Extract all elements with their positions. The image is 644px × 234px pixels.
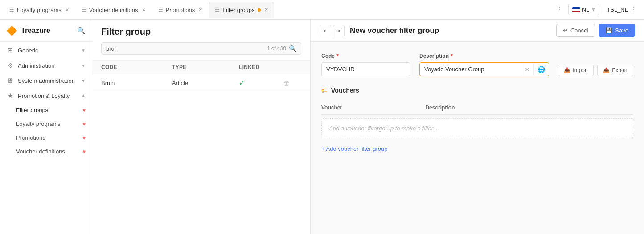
add-voucher-link[interactable]: + Add voucher filter group (321, 145, 633, 152)
tab-bar-right: ⋮ NL ▼ TSL_NL ⋮ (554, 4, 640, 16)
nav-next-button[interactable]: » (333, 25, 345, 36)
sidebar-sub-item-loyalty-programs[interactable]: Loyalty programs ♥ (0, 117, 92, 131)
vouchers-table-header: Voucher Description (321, 101, 633, 115)
tab-close-loyalty[interactable]: ✕ (65, 7, 69, 13)
user-menu[interactable]: TSL_NL ⋮ (603, 4, 640, 16)
flag-icon (572, 7, 580, 12)
th-code[interactable]: Code ↑ (101, 64, 172, 70)
td-type: Article (172, 80, 239, 86)
sidebar-sub-label-voucher: Voucher definitions (16, 148, 65, 155)
search-submit-icon[interactable]: 🔍 (289, 45, 296, 52)
vouchers-th-voucher: Voucher (321, 105, 425, 111)
translate-icon[interactable]: 🌐 (533, 63, 549, 76)
search-icon[interactable]: 🔍 (77, 27, 86, 35)
code-input-wrap (321, 62, 410, 76)
sidebar-item-system-administration[interactable]: 🖥 System administration ▼ (0, 73, 92, 88)
th-type: Type (172, 64, 239, 70)
monitor-icon: 🖥 (6, 77, 14, 84)
tab-filter-groups[interactable]: ☰ Filter groups ✕ (209, 2, 274, 18)
main-layout: 🔶 Treazure 🔍 ⊞ Generic ▼ ⚙ Administratio… (0, 20, 644, 234)
clear-icon[interactable]: ✕ (521, 63, 533, 76)
heart-icon[interactable]: ♥ (82, 107, 86, 113)
delete-row-icon[interactable]: 🗑 (283, 80, 290, 87)
sidebar-item-generic[interactable]: ⊞ Generic ▼ (0, 43, 92, 58)
right-panel-body-wrap: Code * Description * (311, 42, 644, 234)
table-row[interactable]: Bruin Article ✓ 🗑 (92, 74, 310, 92)
add-voucher-label: + Add voucher filter group (321, 145, 388, 152)
cancel-icon: ↩ (563, 27, 568, 34)
sidebar-label-generic: Generic (18, 47, 38, 54)
desc-input-wrap: ✕ 🌐 (419, 62, 549, 76)
export-label: Export (612, 67, 628, 73)
left-panel-title: Filter group (101, 27, 301, 37)
tab-label: Promotions (166, 7, 195, 13)
sidebar-sub-label-loyalty: Loyalty programs (16, 121, 61, 127)
vouchers-th-desc: Description (425, 105, 633, 111)
heart-icon[interactable]: ♥ (82, 121, 86, 127)
language-selector[interactable]: NL ▼ (568, 4, 600, 15)
tab-doc-icon: ☰ (158, 7, 163, 13)
desc-input[interactable] (420, 63, 521, 76)
unsaved-dot (258, 8, 261, 12)
th-code-label: Code (101, 64, 117, 70)
sidebar: 🔶 Treazure 🔍 ⊞ Generic ▼ ⚙ Administratio… (0, 20, 92, 234)
search-input[interactable] (106, 45, 264, 52)
export-button[interactable]: 📤 Export (597, 65, 633, 76)
code-input[interactable] (322, 63, 410, 76)
sidebar-sub-item-promotions[interactable]: Promotions ♥ (0, 131, 92, 145)
chevron-up-icon: ▼ (81, 93, 86, 98)
logo-text: Treazure (21, 27, 50, 35)
tab-close-promotions[interactable]: ✕ (198, 7, 202, 13)
import-button[interactable]: 📥 Import (558, 65, 594, 76)
more-tabs-icon[interactable]: ⋮ (554, 4, 565, 16)
td-code: Bruin (101, 80, 172, 86)
search-row: 1 of 430 🔍 (101, 42, 301, 55)
user-label: TSL_NL (607, 6, 628, 13)
chevron-down-icon: ▼ (591, 7, 595, 12)
tab-close-voucher[interactable]: ✕ (142, 7, 146, 13)
sidebar-sub-item-voucher-definitions[interactable]: Voucher definitions ♥ (0, 145, 92, 158)
required-marker: * (451, 52, 453, 60)
tab-bar: ☰ Loyalty programs ✕ ☰ Voucher definitio… (0, 0, 644, 20)
right-panel-body: Code * Description * (311, 42, 644, 163)
sort-asc-icon: ↑ (119, 65, 121, 70)
right-panel-title: New voucher filter group (350, 26, 551, 35)
tab-doc-icon: ☰ (215, 7, 220, 13)
tab-voucher-definitions[interactable]: ☰ Voucher definitions ✕ (76, 2, 152, 18)
code-label: Code * (321, 52, 410, 60)
desc-field: Description * ✕ 🌐 (419, 52, 549, 76)
vouchers-section-title: Vouchers (331, 87, 359, 94)
td-actions: 🗑 (283, 80, 301, 87)
grid-icon: ⊞ (6, 47, 14, 54)
logo-icon: 🔶 (6, 25, 17, 36)
sidebar-sub-item-filter-groups[interactable]: Filter groups ♥ (0, 103, 92, 117)
sidebar-logo: 🔶 Treazure 🔍 (0, 20, 92, 42)
table-header: Code ↑ Type Linked (92, 61, 310, 74)
lang-label: NL (582, 6, 590, 13)
nav-prev-button[interactable]: « (320, 25, 331, 36)
chevron-down-icon: ▼ (81, 48, 86, 53)
heart-icon[interactable]: ♥ (82, 135, 86, 141)
tab-close-filter-groups[interactable]: ✕ (264, 7, 268, 13)
td-linked: ✓ (239, 79, 283, 87)
tab-promotions[interactable]: ☰ Promotions ✕ (152, 2, 209, 18)
cancel-label: Cancel (570, 27, 588, 34)
save-button[interactable]: 💾 Save (599, 24, 635, 37)
tab-label: Voucher definitions (89, 7, 138, 13)
sidebar-sub-label-filter-groups: Filter groups (16, 107, 48, 113)
chevron-down-icon: ▼ (81, 78, 86, 83)
voucher-empty-placeholder: Add a voucher filtergorup to make a filt… (321, 118, 633, 138)
th-linked: Linked (239, 64, 283, 70)
heart-icon[interactable]: ♥ (82, 149, 86, 155)
sidebar-item-promotion-loyalty[interactable]: ★ Promotion & Loyalty ▼ (0, 88, 92, 103)
tab-loyalty-programs[interactable]: ☰ Loyalty programs ✕ (4, 2, 75, 18)
tab-doc-icon: ☰ (9, 7, 14, 13)
right-panel-actions: ↩ Cancel 💾 Save (556, 24, 635, 37)
search-count: 1 of 430 (267, 45, 286, 52)
cancel-button[interactable]: ↩ Cancel (556, 24, 595, 37)
more-user-icon: ⋮ (630, 5, 637, 14)
content-area: Filter group 1 of 430 🔍 Code ↑ Type (92, 20, 644, 234)
sidebar-item-administration[interactable]: ⚙ Administration ▼ (0, 58, 92, 73)
tab-doc-icon: ☰ (82, 7, 86, 13)
export-icon: 📤 (603, 67, 610, 73)
